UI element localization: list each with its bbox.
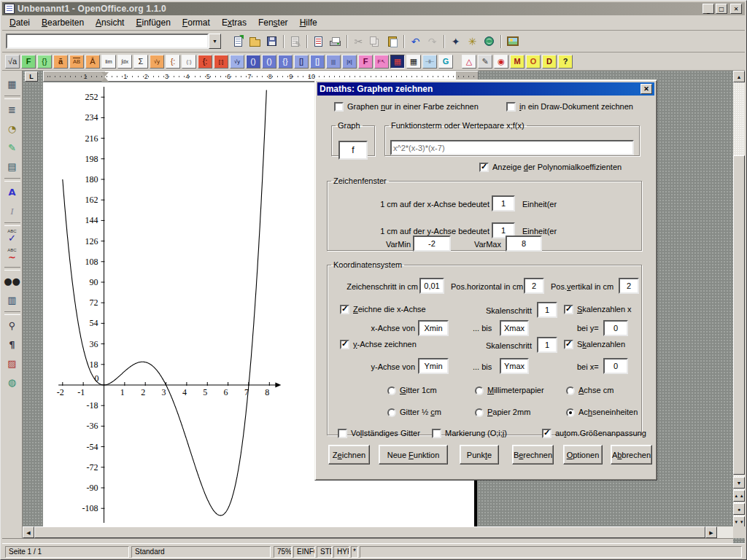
dmaths-draw-graph-active[interactable]: ▦ [390,55,405,69]
insert-objects-icon[interactable]: ◔ [4,120,21,137]
dialog-close-button[interactable]: ✕ [640,84,652,94]
dmaths-root-a[interactable]: √a [5,55,20,69]
zeichenschritt-input[interactable] [419,278,444,294]
hyperlink-icon[interactable] [481,34,498,50]
zeichnen-button[interactable]: Zeichnen [328,445,370,464]
dmaths-angle[interactable]: Â [85,55,100,69]
scroll-left-button[interactable]: ◀ [23,526,34,538]
skalenschritt-y-input[interactable] [537,337,557,353]
dialog-titlebar[interactable]: Dmaths: Graphen zeichnen ✕ [317,82,654,96]
data-sources-icon[interactable]: ▥ [4,291,21,308]
radio-gitter-1cm[interactable]: Gitter 1cm [387,386,437,395]
find-icon[interactable]: ●● [4,272,21,289]
pos-vertikal-input[interactable] [619,278,639,294]
draw-x-axis-checkbox[interactable] [340,305,349,314]
minimize-button[interactable]: _ [703,4,714,14]
edit-file-icon[interactable] [287,34,303,50]
horizontal-scrollbar[interactable]: ◀ ▶ [23,526,733,538]
window-titlebar[interactable]: Unbenannt1 - OpenOffice.org 1.1.0 _□✕ [2,2,745,15]
separator[interactable] [4,96,20,99]
radio-achse-cm[interactable]: Achse cm [566,386,614,395]
separator[interactable] [4,178,20,182]
menu-bearbeiten[interactable]: Bearbeiten [36,16,90,29]
neue-funktion-button[interactable]: Neue Funktion [379,445,448,464]
dmaths-grid[interactable]: ▦ [406,55,421,69]
dmaths-sum[interactable]: Σ [133,55,148,69]
direct-cursor-icon[interactable]: I [4,202,21,219]
x-axis-from-input[interactable] [418,320,449,336]
redo-icon[interactable]: ↷ [424,34,441,50]
dmaths-vector[interactable]: ā [53,55,68,69]
form-functions-icon[interactable]: ▤ [4,158,21,175]
dmaths-compass[interactable]: △ [462,55,476,69]
draw-y-axis-checkbox[interactable] [340,340,349,349]
graphics-on-off-icon[interactable]: ▨ [4,354,21,372]
dmaths-system-red[interactable]: {: [198,55,212,69]
marking-checkbox[interactable] [432,429,441,438]
dmaths-segment[interactable]: AB [69,55,84,69]
export-pdf-icon[interactable] [310,34,327,50]
dmaths-braces-green[interactable]: {} [37,55,52,69]
dmaths-matrix-red[interactable]: [:] [214,55,228,69]
gallery-icon[interactable] [504,34,521,50]
status-selection-mode[interactable]: STD [317,546,332,558]
previous-page-button[interactable]: ▲ ▲ [733,490,745,502]
pos-horizontal-input[interactable] [524,278,544,294]
separator[interactable] [498,34,504,50]
status-hyperlink-mode[interactable]: HYP [333,546,349,558]
status-insert-mode[interactable]: EINFG [293,546,315,558]
dmaths-bracket-light[interactable]: [] [294,55,309,69]
copy-icon[interactable] [367,34,384,50]
horizontal-scrollbar-thumb[interactable] [34,526,705,538]
navigation-dot-button[interactable]: ● [733,503,745,515]
dmaths-paren-dark[interactable]: () [246,55,260,69]
separator[interactable] [303,34,310,50]
dmaths-limit[interactable]: lim [101,55,116,69]
dmaths-d-button[interactable]: D [542,55,557,69]
new-document-icon[interactable] [230,34,247,50]
separator[interactable] [4,267,20,271]
menu-extras[interactable]: Extras [216,16,252,29]
insert-table-icon[interactable]: ▦ [4,75,21,93]
nonprinting-characters-icon[interactable]: ¶ [4,335,21,353]
scroll-up-button[interactable]: ▲ [733,71,745,82]
print-file-icon[interactable] [327,34,344,50]
dmaths-help-button[interactable]: ? [558,55,573,69]
varmin-input[interactable] [413,236,451,252]
scroll-down-button[interactable]: ▼ [733,477,745,489]
save-document-icon[interactable] [263,34,280,50]
insert-fields-icon[interactable]: ≣ [4,101,21,118]
y-axis-to-input[interactable] [500,358,529,374]
polynomial-coefficients-checkbox[interactable] [479,163,489,172]
status-zoom[interactable]: 75% [274,546,292,558]
bei-x-input[interactable] [603,358,628,374]
combobox-dropdown-icon[interactable]: ▼ [209,34,221,49]
dmaths-interval[interactable]: ⊣⊢ [422,55,437,69]
maximize-button[interactable]: □ [716,4,727,14]
menu-hilfe[interactable]: Hilfe [294,16,323,29]
stylist-icon[interactable]: ✳ [464,34,481,50]
draw-document-checkbox[interactable] [506,102,516,112]
x-axis-to-input[interactable] [500,320,529,336]
abbrechen-button[interactable]: Abbrechen [611,445,652,464]
dmaths-geometry[interactable]: G [438,55,453,69]
menu-fenster[interactable]: Fenster [252,16,294,29]
radio-achseneinheiten[interactable]: Achseneinheiten [566,408,638,417]
dmaths-m-button[interactable]: M [510,55,525,69]
dmaths-abs[interactable]: |x| [342,55,357,69]
cut-icon[interactable]: ✂ [350,34,367,50]
scale-numbers-x-checkbox[interactable] [564,305,573,314]
separator[interactable] [441,34,447,50]
autosize-checkbox[interactable] [542,429,551,438]
dmaths-bracket-blue[interactable]: [] [310,55,325,69]
punkte-button[interactable]: Punkte [460,445,499,464]
dmaths-spiral[interactable]: ◉ [494,55,508,69]
tab-stop-type-selector[interactable]: L [25,71,38,82]
online-layout-icon[interactable]: ◍ [4,373,21,391]
dmaths-matrix-round[interactable]: (:) [182,55,196,69]
scroll-right-button[interactable]: ▶ [705,526,717,538]
full-grid-checkbox[interactable] [338,429,347,438]
x-axis-unit-input[interactable] [492,195,515,211]
menu-datei[interactable]: Datei [4,16,36,29]
dmaths-integral[interactable]: ∫dx [117,55,132,69]
